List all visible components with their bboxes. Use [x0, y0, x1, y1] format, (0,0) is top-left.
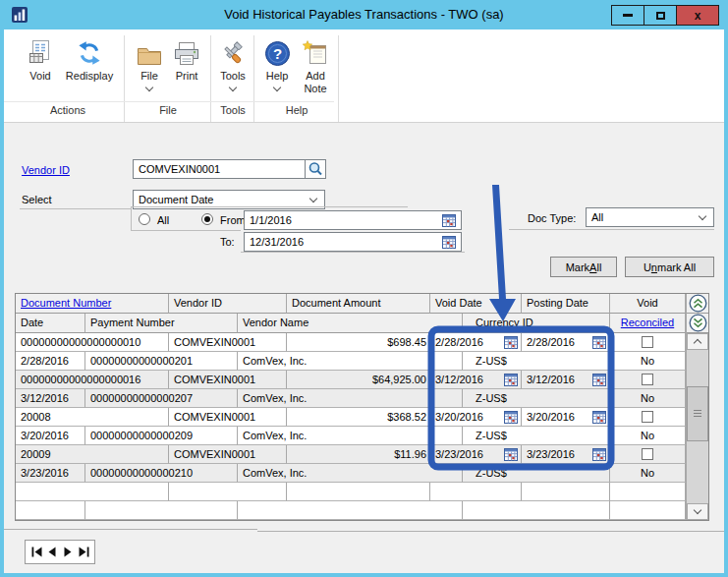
posting-date-cell[interactable]: 3/12/2016 [522, 371, 610, 389]
toolbar-separator [253, 35, 254, 122]
grid-header-row-2: Date Payment Number Vendor Name Currency… [16, 314, 686, 333]
to-label: To: [220, 236, 235, 248]
doc-type-dropdown[interactable]: All [586, 207, 714, 227]
range-group-bottom [131, 230, 241, 231]
void-date-header: Void Date [430, 294, 522, 314]
void-checkbox[interactable] [642, 336, 653, 348]
vendor-lookup-button[interactable] [305, 159, 326, 179]
calendar-icon[interactable] [592, 336, 606, 349]
grid-row-detail[interactable]: 3/12/2016 00000000000000207 ComVex, Inc.… [16, 389, 686, 408]
all-radio-label[interactable]: All [157, 214, 169, 226]
document-amount-header: Document Amount [287, 294, 430, 314]
group-label-help: Help [258, 104, 335, 116]
chevron-down-icon [309, 195, 317, 202]
reconciled-header-link[interactable]: Reconciled [610, 314, 686, 333]
void-checkbox[interactable] [642, 374, 653, 385]
void-checkbox[interactable] [642, 411, 653, 423]
chevron-down-icon [229, 84, 237, 91]
reconciled-value: No [610, 464, 686, 483]
calendar-icon[interactable] [442, 236, 456, 249]
collapse-rows-button[interactable] [687, 314, 708, 333]
from-radio[interactable] [201, 213, 213, 225]
currency-id-header: Currency ID [463, 314, 610, 333]
status-divider [4, 529, 257, 530]
grid-row-detail[interactable]: 3/23/2016 00000000000000210 ComVex, Inc.… [16, 464, 686, 483]
from-date-input[interactable]: 1/1/2016 [244, 210, 462, 230]
calendar-icon[interactable] [592, 448, 606, 461]
scroll-up-button[interactable] [687, 333, 708, 350]
chevron-up-icon [694, 339, 701, 347]
next-record-icon [63, 547, 73, 557]
reconciled-value: No [610, 389, 686, 408]
minimize-button[interactable] [611, 5, 644, 26]
window-border-bottom [0, 573, 728, 577]
calendar-icon[interactable] [592, 374, 606, 386]
mark-all-button[interactable]: Mark All [550, 257, 617, 277]
to-date-input[interactable]: 12/31/2016 [244, 232, 462, 252]
magnifier-icon [308, 161, 323, 177]
void-date-cell[interactable]: 3/23/2016 [430, 445, 522, 464]
printer-icon [172, 37, 201, 67]
window-border-right [724, 29, 728, 573]
range-group-left [131, 206, 132, 230]
posting-date-cell[interactable]: 3/23/2016 [522, 445, 610, 464]
close-button[interactable]: x [676, 5, 719, 26]
grid-right-strip [686, 294, 708, 520]
grid-row-empty[interactable] [16, 483, 686, 501]
document-number-header-link[interactable]: Document Number [16, 294, 169, 314]
calendar-icon[interactable] [442, 214, 456, 227]
void-document-icon [28, 37, 53, 67]
grid-row-main[interactable]: 00000000000000000010 COMVEXIN0001 $698.4… [16, 333, 686, 352]
grid-row-detail[interactable]: 3/20/2016 00000000000000209 ComVex, Inc.… [16, 427, 686, 445]
void-date-cell[interactable]: 3/20/2016 [430, 408, 522, 427]
payment-number-header: Payment Number [85, 314, 238, 333]
vertical-scrollbar[interactable] [687, 333, 708, 520]
reconciled-value: No [610, 427, 686, 445]
grid-row-detail[interactable]: 2/28/2016 00000000000000201 ComVex, Inc.… [16, 352, 686, 371]
folder-icon [136, 37, 163, 67]
vendor-id-link[interactable]: Vendor ID [22, 164, 70, 176]
void-checkbox[interactable] [642, 448, 653, 460]
double-chevron-up-icon [689, 294, 707, 313]
calendar-icon[interactable] [504, 336, 518, 349]
minimize-icon [623, 14, 633, 17]
last-record-button[interactable] [77, 544, 91, 560]
previous-record-button[interactable] [45, 544, 60, 560]
void-date-cell[interactable]: 3/12/2016 [430, 371, 522, 389]
void-header: Void [610, 294, 686, 314]
grid-row-main[interactable]: 00000000000000000016 COMVEXIN0001 $64,92… [16, 371, 686, 389]
first-record-icon [30, 547, 43, 557]
grid-row-empty[interactable] [16, 501, 686, 520]
transactions-grid: Document Number Vendor ID Document Amoun… [15, 293, 709, 521]
chevron-down-icon [145, 84, 153, 91]
next-record-button[interactable] [61, 544, 76, 560]
scroll-down-button[interactable] [687, 503, 708, 520]
vendor-id-input[interactable]: COMVEXIN0001 [133, 159, 306, 179]
toolbar-separator [210, 35, 211, 122]
maximize-button[interactable] [644, 5, 677, 26]
group-label-file: File [130, 104, 206, 116]
grid-row-main[interactable]: 20009 COMVEXIN0001 $11.96 3/23/2016 3/23… [16, 445, 686, 464]
calendar-icon[interactable] [504, 374, 518, 386]
all-radio[interactable] [139, 213, 150, 225]
calendar-icon[interactable] [504, 448, 518, 461]
scrollbar-thumb[interactable] [687, 386, 708, 441]
posting-date-header: Posting Date [522, 294, 610, 314]
calendar-icon[interactable] [592, 411, 606, 424]
svg-text:?: ? [272, 45, 281, 62]
unmark-all-button[interactable]: Unmark All [625, 257, 714, 277]
divider [509, 229, 714, 230]
expand-rows-button[interactable] [687, 294, 708, 314]
toolbar-label-divider [4, 101, 334, 102]
first-record-button[interactable] [29, 544, 44, 560]
divider [20, 208, 131, 209]
double-chevron-down-icon [689, 314, 707, 332]
chevron-down-icon [699, 212, 706, 220]
grid-row-main[interactable]: 20008 COMVEXIN0001 $368.52 3/20/2016 3/2… [16, 408, 686, 427]
close-icon: x [695, 10, 701, 22]
last-record-icon [78, 547, 90, 557]
posting-date-cell[interactable]: 3/20/2016 [522, 408, 610, 427]
void-date-cell[interactable]: 2/28/2016 [430, 333, 522, 352]
posting-date-cell[interactable]: 2/28/2016 [522, 333, 610, 352]
calendar-icon[interactable] [504, 411, 518, 424]
